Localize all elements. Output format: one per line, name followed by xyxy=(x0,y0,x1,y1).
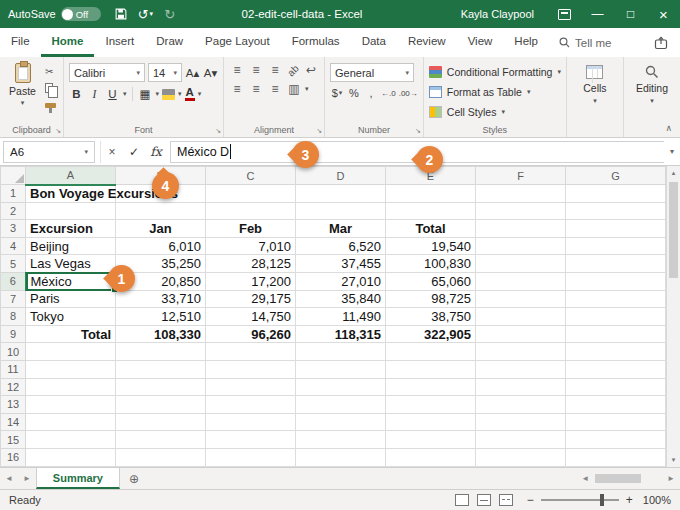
cell-G1[interactable] xyxy=(566,185,666,203)
formula-bar-expand-icon[interactable]: ▾ xyxy=(664,147,680,156)
horizontal-scrollbar[interactable]: ◄ ► xyxy=(579,468,680,489)
cell-A16[interactable] xyxy=(26,448,116,466)
cell-B4[interactable]: 6,010 xyxy=(116,237,206,255)
cell-A12[interactable] xyxy=(26,378,116,396)
column-header-A[interactable]: A xyxy=(26,167,116,185)
cell-A10[interactable] xyxy=(26,343,116,361)
cell-F12[interactable] xyxy=(476,378,566,396)
collapse-ribbon-icon[interactable]: ∧ xyxy=(665,123,672,133)
column-header-D[interactable]: D xyxy=(296,167,386,185)
ribbon-display-options-icon[interactable] xyxy=(548,0,581,28)
cell-A3[interactable]: Excursion xyxy=(26,220,116,238)
cell-G13[interactable] xyxy=(566,396,666,414)
clipboard-dialog-launcher-icon[interactable]: ↘ xyxy=(55,127,61,135)
cell-G5[interactable] xyxy=(566,255,666,273)
fill-color-dropdown-icon[interactable]: ▾ xyxy=(178,90,182,98)
sheet-next-icon[interactable]: ► xyxy=(18,468,36,489)
font-color-icon[interactable]: A xyxy=(185,87,195,101)
cell-D1[interactable] xyxy=(296,185,386,203)
cell-E10[interactable] xyxy=(386,343,476,361)
wrap-text-icon[interactable]: ↩ xyxy=(303,63,319,77)
cell-F15[interactable] xyxy=(476,431,566,449)
cell-D8[interactable]: 11,490 xyxy=(296,308,386,326)
cell-F16[interactable] xyxy=(476,448,566,466)
bold-button[interactable]: B xyxy=(69,88,84,100)
name-box[interactable]: A6 ▾ xyxy=(3,141,95,163)
row-header-10[interactable]: 10 xyxy=(1,343,26,361)
cell-B2[interactable] xyxy=(116,202,206,220)
tab-review[interactable]: Review xyxy=(397,28,457,57)
cell-A8[interactable]: Tokyo xyxy=(26,308,116,326)
cell-D10[interactable] xyxy=(296,343,386,361)
sheet-tab-summary[interactable]: Summary xyxy=(36,468,120,489)
cancel-icon[interactable]: × xyxy=(101,145,123,159)
select-all-corner[interactable] xyxy=(1,167,26,185)
row-header-12[interactable]: 12 xyxy=(1,378,26,396)
cell-D2[interactable] xyxy=(296,202,386,220)
paste-dropdown-icon[interactable]: ▾ xyxy=(21,99,25,107)
cell-F1[interactable] xyxy=(476,185,566,203)
tab-draw[interactable]: Draw xyxy=(145,28,194,57)
decrease-font-size-icon[interactable]: A▾ xyxy=(203,66,218,80)
cell-A6[interactable]: México xyxy=(26,272,116,290)
row-header-13[interactable]: 13 xyxy=(1,396,26,414)
zoom-slider[interactable] xyxy=(541,499,619,501)
cell-G7[interactable] xyxy=(566,290,666,308)
cell-styles-button[interactable]: Cell Styles ▾ xyxy=(429,102,561,122)
cell-E15[interactable] xyxy=(386,431,476,449)
cell-E11[interactable] xyxy=(386,360,476,378)
cell-D7[interactable]: 35,840 xyxy=(296,290,386,308)
tab-page-layout[interactable]: Page Layout xyxy=(194,28,281,57)
cell-C9[interactable]: 96,260 xyxy=(206,325,296,343)
column-header-C[interactable]: C xyxy=(206,167,296,185)
italic-button[interactable]: I xyxy=(87,88,102,100)
cell-C1[interactable] xyxy=(206,185,296,203)
cell-B15[interactable] xyxy=(116,431,206,449)
font-name-combo[interactable]: Calibri▾ xyxy=(69,63,145,82)
undo-icon[interactable]: ↺▾ xyxy=(138,7,153,22)
tab-insert[interactable]: Insert xyxy=(94,28,145,57)
sheet-prev-icon[interactable]: ◄ xyxy=(0,468,18,489)
cell-G10[interactable] xyxy=(566,343,666,361)
scroll-down-icon[interactable]: ▾ xyxy=(667,453,680,467)
cell-C13[interactable] xyxy=(206,396,296,414)
tab-home[interactable]: Home xyxy=(41,28,95,57)
align-middle-icon[interactable]: ≡ xyxy=(248,63,264,77)
name-box-dropdown-icon[interactable]: ▾ xyxy=(84,148,88,156)
cell-D9[interactable]: 118,315 xyxy=(296,325,386,343)
cell-D4[interactable]: 6,520 xyxy=(296,237,386,255)
cell-B13[interactable] xyxy=(116,396,206,414)
cell-B8[interactable]: 12,510 xyxy=(116,308,206,326)
cell-A1[interactable]: Bon Voyage Excursions xyxy=(26,185,116,203)
cell-B3[interactable]: Jan xyxy=(116,220,206,238)
cell-G2[interactable] xyxy=(566,202,666,220)
format-as-table-button[interactable]: Format as Table ▾ xyxy=(429,82,561,102)
column-header-F[interactable]: F xyxy=(476,167,566,185)
hscroll-right-icon[interactable]: ► xyxy=(665,474,677,483)
cell-E8[interactable]: 38,750 xyxy=(386,308,476,326)
cell-B11[interactable] xyxy=(116,360,206,378)
share-icon[interactable] xyxy=(654,28,680,57)
align-right-icon[interactable]: ≡ xyxy=(267,82,283,96)
cell-E5[interactable]: 100,830 xyxy=(386,255,476,273)
cell-F10[interactable] xyxy=(476,343,566,361)
cell-B12[interactable] xyxy=(116,378,206,396)
format-painter-icon[interactable] xyxy=(45,99,56,111)
row-header-1[interactable]: 1 xyxy=(1,185,26,203)
row-header-14[interactable]: 14 xyxy=(1,413,26,431)
cell-F2[interactable] xyxy=(476,202,566,220)
cell-E4[interactable]: 19,540 xyxy=(386,237,476,255)
editing-button[interactable]: Editing ▾ xyxy=(629,61,675,105)
vertical-scrollbar[interactable]: ▴ ▾ xyxy=(666,166,680,467)
tab-file[interactable]: File xyxy=(0,28,41,57)
row-header-7[interactable]: 7 xyxy=(1,290,26,308)
cell-G15[interactable] xyxy=(566,431,666,449)
cell-C6[interactable]: 17,200 xyxy=(206,272,296,290)
cell-B16[interactable] xyxy=(116,448,206,466)
align-center-icon[interactable]: ≡ xyxy=(248,82,264,96)
align-left-icon[interactable]: ≡ xyxy=(229,82,245,96)
cell-G6[interactable] xyxy=(566,272,666,290)
chevron-down-icon[interactable]: ▾ xyxy=(173,69,177,77)
cell-E1[interactable] xyxy=(386,185,476,203)
cell-E13[interactable] xyxy=(386,396,476,414)
